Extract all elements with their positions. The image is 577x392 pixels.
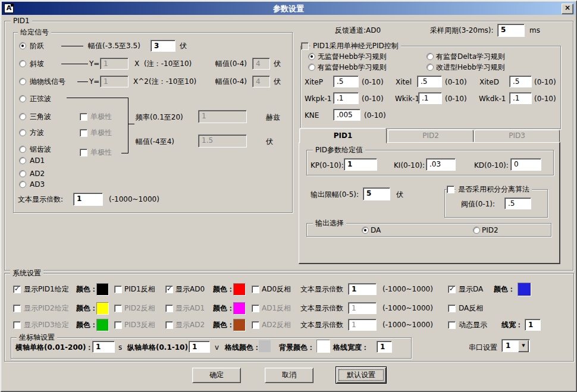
radio-ramp[interactable]	[19, 60, 26, 67]
radio-sawtooth-label: 锯齿波	[30, 145, 51, 153]
integral-groupbox	[444, 189, 548, 218]
linewidth-label: 线宽：	[501, 321, 523, 329]
show-da-checkbox[interactable]	[448, 286, 456, 293]
ramp-note-label: (注：-10至10)	[144, 59, 192, 68]
bg-color-swatch[interactable]	[316, 340, 330, 353]
ok-button[interactable]: 确定	[192, 368, 241, 383]
show-ad1-checkbox	[165, 305, 173, 312]
radio-square[interactable]	[19, 129, 26, 136]
pid-params-group-label: PID参数给定值	[313, 146, 365, 154]
signal-mult-range: (-1000~1000)	[109, 195, 159, 203]
sample-period-label: 采样周期(3-20ms):	[430, 26, 494, 35]
param-wkik-input[interactable]: .1	[418, 92, 442, 104]
ad2-invert-checkbox	[252, 321, 259, 329]
tab-pid1[interactable]: PID1	[299, 128, 387, 143]
neural-enable-checkbox[interactable]	[301, 42, 309, 50]
ramp-x-label: X	[134, 59, 139, 68]
pid3-color-swatch	[96, 319, 109, 331]
tab-pid2: PID2	[388, 130, 473, 142]
radio-ad3-label: AD3	[30, 180, 45, 189]
chevron-down-icon[interactable]: ▼	[518, 340, 529, 352]
serial-port-label: 串口设置	[469, 343, 497, 352]
radio-triangle[interactable]	[19, 113, 26, 120]
param-wkdk-input[interactable]: .1	[509, 92, 532, 104]
param-xitei-range: (0-10)	[445, 78, 467, 86]
mult1-input[interactable]: 1	[348, 283, 377, 295]
show-da-label: 显示DA	[459, 285, 483, 293]
param-wkdk-range: (0-10)	[534, 95, 556, 103]
pid2-color-label: 颜色：	[76, 304, 98, 312]
ad0-color-swatch[interactable]	[233, 283, 246, 296]
radio-rule-improved-hebb[interactable]	[427, 64, 434, 71]
param-xitep-input[interactable]: .5	[333, 76, 359, 87]
radio-rule-supervised-delta[interactable]	[427, 53, 434, 60]
threshold-input[interactable]: .5	[504, 197, 531, 209]
ad1-color-swatch	[233, 302, 246, 315]
rule-supervised-delta-label: 有监督Delta学习规则	[436, 52, 505, 61]
system-group-label: 系统设置	[10, 269, 43, 277]
serial-port-select[interactable]: 1 ▼	[501, 339, 530, 352]
output-limit-input[interactable]: 5	[363, 187, 390, 200]
ad1-invert-label: AD1反相	[262, 304, 291, 312]
param-wkpk-input[interactable]: .1	[333, 92, 359, 104]
kd-input[interactable]: 0	[510, 158, 541, 171]
pid1-color-swatch[interactable]	[96, 283, 109, 296]
cancel-button[interactable]: 取消	[265, 368, 313, 383]
axis-group-label: 坐标轴设置	[17, 333, 57, 341]
bracket-mid-tick	[128, 124, 134, 124]
da-color-swatch[interactable]	[518, 283, 531, 296]
radio-ad3[interactable]	[19, 181, 26, 188]
step-unit-label: 伏	[180, 42, 187, 50]
pid1-invert-checkbox[interactable]	[114, 286, 122, 293]
param-xitep-range: (0-10)	[362, 78, 384, 86]
y-grid-input[interactable]: 1	[189, 341, 210, 353]
radio-output-da[interactable]	[362, 227, 369, 234]
close-icon[interactable]: ×	[562, 4, 573, 14]
param-xitei-input[interactable]: .5	[417, 76, 442, 87]
parabola-note-label: (注：-10至10)	[149, 77, 196, 86]
step-amp-input[interactable]: 3	[150, 40, 175, 52]
ad0-color-label: 颜色：	[213, 285, 234, 293]
param-kne-input[interactable]: .005	[333, 109, 360, 121]
ki-input[interactable]: .03	[426, 158, 456, 171]
step-amp-label: 幅值(-3.5至3.5)	[88, 42, 140, 50]
radio-ad1[interactable]	[19, 157, 26, 164]
dynamic-display-checkbox[interactable]	[448, 321, 456, 329]
show-ad0-checkbox[interactable]	[165, 286, 173, 293]
radio-ad2[interactable]	[19, 170, 26, 177]
da-invert-checkbox[interactable]	[448, 305, 456, 312]
pid2-color-swatch	[96, 302, 109, 315]
grid-width-input[interactable]: 1	[377, 341, 392, 353]
radio-rule-supervised-hebb[interactable]	[308, 64, 315, 71]
pid1-group-label: PID1	[11, 17, 32, 25]
radio-step[interactable]	[19, 42, 26, 49]
signal-mult-input[interactable]: 1	[73, 193, 103, 206]
sample-period-input[interactable]: 5	[497, 24, 525, 37]
radio-output-pid2[interactable]	[473, 227, 480, 234]
radio-parabola[interactable]	[19, 78, 26, 85]
feedback-channel-label: 反馈通道:AD0	[335, 26, 381, 35]
ad0-invert-label: AD0反相	[262, 285, 291, 293]
mult2-range: (-1000~1000)	[382, 304, 433, 312]
linewidth-input[interactable]: 1	[525, 319, 541, 331]
grid-width-label: 格线宽度：	[333, 343, 369, 352]
show-pid2-checkbox	[13, 305, 21, 312]
radio-sawtooth[interactable]	[19, 146, 26, 153]
integral-checkbox[interactable]	[447, 186, 454, 193]
x-grid-input[interactable]: 1	[92, 341, 115, 353]
ad1-color-label: 颜色：	[213, 304, 234, 312]
ramp-amp-label: 幅值(0-4)	[215, 59, 247, 68]
kp-input[interactable]: 1	[344, 158, 377, 171]
show-pid3-checkbox	[13, 321, 21, 329]
mult2-input: 1	[348, 302, 377, 314]
default-settings-button[interactable]: 默认设置	[335, 366, 387, 384]
dialog-title: 参数设置	[2, 4, 575, 14]
radio-sine[interactable]	[19, 95, 26, 102]
parabola-y-label: Y=	[89, 77, 99, 86]
mult3-input: 1	[348, 319, 377, 331]
param-xited-input[interactable]: .5	[509, 76, 532, 87]
show-pid1-checkbox[interactable]	[13, 286, 21, 293]
radio-rule-unsupervised-hebb[interactable]	[308, 53, 315, 60]
ad0-invert-checkbox[interactable]	[252, 286, 259, 293]
grid-color-swatch[interactable]	[258, 340, 271, 353]
